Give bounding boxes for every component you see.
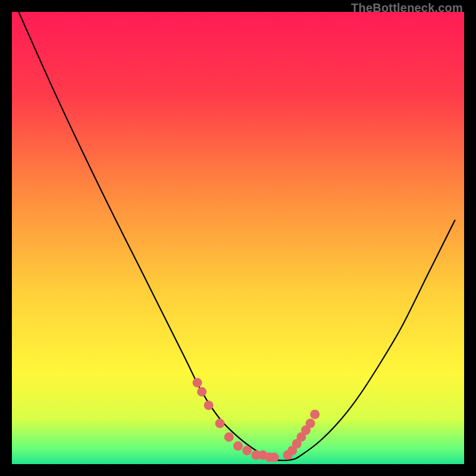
marker-dot	[204, 400, 214, 410]
chart-frame	[12, 12, 464, 464]
marker-dot	[193, 378, 202, 387]
marker-dot	[310, 409, 320, 419]
marker-dot	[197, 387, 206, 396]
marker-dot	[224, 432, 234, 441]
marker-dot	[233, 441, 243, 451]
marker-dot	[306, 419, 315, 428]
marker-dot	[242, 446, 252, 455]
watermark-text: TheBottleneck.com	[351, 1, 463, 15]
bottleneck-chart	[12, 12, 464, 464]
marker-dot	[215, 419, 225, 428]
gradient-background	[12, 12, 464, 464]
marker-dot	[270, 453, 279, 462]
